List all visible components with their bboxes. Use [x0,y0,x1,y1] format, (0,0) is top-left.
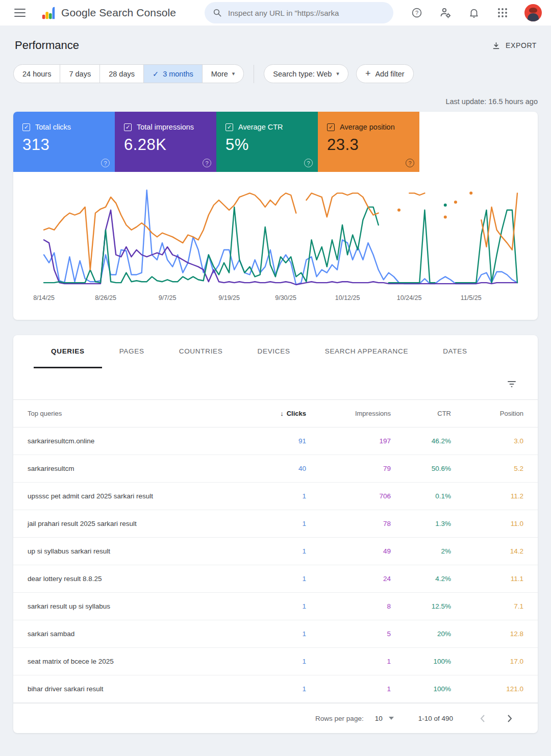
add-filter-chip[interactable]: + Add filter [356,64,414,83]
table-row[interactable]: sarkariresultcm.online9119746.2%3.0 [13,427,538,455]
header-clicks[interactable]: ↓Clicks [235,410,306,417]
svg-text:?: ? [415,10,418,16]
ctr-cell: 2% [391,547,451,555]
query-cell[interactable]: sarkariresultcm.online [28,437,235,445]
x-axis-tick-label: 8/26/25 [95,294,116,301]
tab-countries[interactable]: COUNTRIES [162,335,240,368]
metric-card-total-impressions[interactable]: ✓Total impressions6.28K? [115,112,216,172]
query-cell[interactable]: seat matrix of bcece le 2025 [28,658,235,665]
chart-point-ctr [444,204,447,207]
table-row[interactable]: sarkariresultcm407950.6%5.2 [13,455,538,483]
metric-card-total-clicks[interactable]: ✓Total clicks313? [13,112,115,172]
position-cell: 3.0 [451,437,523,445]
position-cell: 12.8 [451,630,523,638]
tab-dates[interactable]: DATES [425,335,485,368]
ctr-cell: 46.2% [391,437,451,445]
query-cell[interactable]: jail prahari result 2025 sarkari result [28,520,235,527]
ctr-cell: 4.2% [391,575,451,583]
table-row[interactable]: sarkari sambad1520%12.8 [13,620,538,648]
help-icon[interactable]: ? [410,6,423,19]
last-update-text: Last update: 16.5 hours ago [0,83,551,112]
metric-checkbox-icon[interactable]: ✓ [327,123,335,131]
table-body: sarkariresultcm.online9119746.2%3.0sarka… [13,427,538,703]
query-cell[interactable]: bihar driver sarkari result [28,685,235,693]
query-cell[interactable]: sarkari result up si syllabus [28,602,235,610]
table-row[interactable]: bihar driver sarkari result11100%121.0 [13,675,538,703]
metric-checkbox-icon[interactable]: ✓ [22,123,30,131]
next-page-icon[interactable] [503,712,516,725]
metric-help-icon[interactable]: ? [203,159,211,167]
ctr-cell: 100% [391,685,451,693]
query-cell[interactable]: dear lottery result 8.8.25 [28,575,235,583]
header-top-queries[interactable]: Top queries [28,410,235,417]
account-settings-icon[interactable] [439,6,452,19]
metric-checkbox-icon[interactable]: ✓ [226,123,233,131]
metric-value: 313 [22,136,107,154]
search-console-logo-icon [41,5,56,20]
position-cell: 11.2 [451,492,523,500]
position-cell: 11.1 [451,575,523,583]
range-24-hours[interactable]: 24 hours [14,65,60,83]
menu-icon[interactable] [14,9,26,17]
performance-chart[interactable]: 8/14/258/26/259/7/259/19/259/30/2510/12/… [13,176,538,315]
range-28-days[interactable]: 28 days [100,65,144,83]
tab-queries[interactable]: QUERIES [34,335,102,368]
url-inspect-search[interactable] [205,2,393,23]
notifications-bell-icon[interactable] [467,6,481,19]
query-cell[interactable]: sarkari sambad [28,630,235,638]
query-cell[interactable]: upsssc pet admit card 2025 sarkari resul… [28,492,235,500]
export-button[interactable]: EXPORT [492,41,537,50]
tab-devices[interactable]: DEVICES [240,335,308,368]
search-type-chip[interactable]: Search type: Web ▾ [264,64,348,83]
metric-checkbox-icon[interactable]: ✓ [124,123,132,131]
table-row[interactable]: jail prahari result 2025 sarkari result1… [13,510,538,538]
metric-value: 6.28K [124,136,208,154]
rows-per-page-select[interactable]: 10 [375,715,394,722]
impressions-cell: 8 [306,602,391,610]
header-impressions[interactable]: Impressions [306,410,391,417]
search-input[interactable] [228,9,385,17]
clicks-cell: 1 [235,547,306,555]
metric-label: Total impressions [137,123,194,131]
header-position[interactable]: Position [451,410,523,417]
chart-line-position [306,193,378,217]
chart-line-position [409,193,424,195]
metric-help-icon[interactable]: ? [304,159,313,167]
avatar[interactable] [524,4,542,21]
tab-search-appearance[interactable]: SEARCH APPEARANCE [308,335,425,368]
apps-grid-icon[interactable] [496,6,509,19]
ctr-cell: 1.3% [391,520,451,527]
range-7-days[interactable]: 7 days [60,65,100,83]
metric-card-average-ctr[interactable]: ✓Average CTR5%? [216,112,318,172]
tab-pages[interactable]: PAGES [102,335,162,368]
metric-label: Average CTR [238,123,283,131]
x-axis-tick-label: 10/12/25 [335,294,360,301]
header-ctr[interactable]: CTR [391,410,451,417]
filter-list-icon[interactable] [507,380,516,388]
impressions-cell: 78 [306,520,391,527]
position-cell: 11.0 [451,520,523,527]
table-row[interactable]: upsssc pet admit card 2025 sarkari resul… [13,483,538,510]
query-cell[interactable]: up si syllabus sarkari result [28,547,235,555]
previous-page-icon[interactable] [475,712,489,725]
range-more[interactable]: More ▾ [203,65,244,83]
chart-point-position [397,209,400,212]
metric-value: 23.3 [327,136,411,154]
table-row[interactable]: seat matrix of bcece le 202511100%17.0 [13,648,538,675]
ctr-cell: 20% [391,630,451,638]
x-axis-tick-label: 10/24/25 [397,294,422,301]
performance-panel: ✓Total clicks313?✓Total impressions6.28K… [13,112,538,320]
divider [254,65,254,83]
metric-help-icon[interactable]: ? [406,159,414,167]
metric-card-average-position[interactable]: ✓Average position23.3? [318,112,419,172]
query-cell[interactable]: sarkariresultcm [28,465,235,472]
table-row[interactable]: up si syllabus sarkari result1492%14.2 [13,538,538,565]
impressions-cell: 1 [306,685,391,693]
table-row[interactable]: dear lottery result 8.8.251244.2%11.1 [13,565,538,593]
table-row[interactable]: sarkari result up si syllabus1812.5%7.1 [13,593,538,620]
range-3-months[interactable]: ✓ 3 months [144,65,203,83]
metric-help-icon[interactable]: ? [101,159,110,167]
impressions-cell: 24 [306,575,391,583]
clicks-cell: 91 [235,437,306,445]
app-logo[interactable]: Google Search Console [41,5,176,20]
